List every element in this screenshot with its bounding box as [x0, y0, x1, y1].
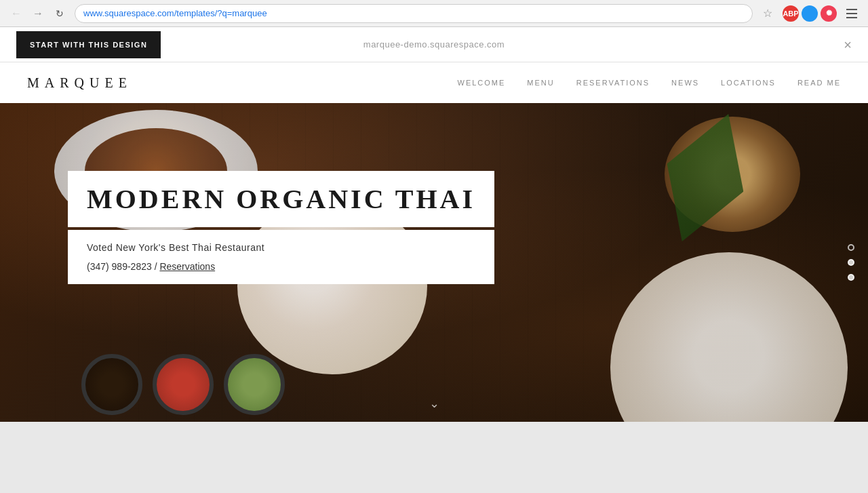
- back-button[interactable]: ←: [7, 4, 26, 23]
- browser-chrome: ← → ↻ www.squarespace.com/templates/?q=m…: [0, 0, 868, 27]
- browser-menu-button[interactable]: [842, 4, 861, 23]
- hero-subtitle-container: Voted New York's Best Thai Restaurant (3…: [68, 230, 494, 284]
- nav-menu[interactable]: MENU: [527, 79, 554, 87]
- hero-title: MODERN ORGANIC THAI: [87, 183, 475, 215]
- adblock-extension[interactable]: ABP: [783, 5, 799, 22]
- nav-welcome[interactable]: WELCOME: [458, 79, 506, 87]
- hero-title-container: MODERN ORGANIC THAI: [68, 171, 494, 227]
- hero-contact: (347) 989-2823 / Reservations: [87, 261, 475, 272]
- forward-button[interactable]: →: [28, 4, 47, 23]
- slide-indicators: [848, 244, 854, 281]
- slide-dot-2[interactable]: [848, 259, 854, 266]
- extensions: ABP ✺: [783, 5, 837, 22]
- sauce-bowls: [81, 354, 285, 415]
- website-content: MARQUEE WELCOME MENU RESERVATIONS NEWS L…: [0, 62, 868, 422]
- ext2[interactable]: [802, 5, 818, 22]
- pocket-extension[interactable]: ✺: [821, 5, 837, 22]
- nav-readme[interactable]: READ ME: [797, 79, 841, 87]
- preview-url: marquee-demo.squarespace.com: [363, 39, 505, 50]
- bookmark-button[interactable]: ☆: [758, 4, 777, 23]
- slide-dot-3[interactable]: [848, 274, 854, 281]
- scroll-down-indicator[interactable]: ⌄: [429, 396, 439, 411]
- url-display: www.squarespace.com/templates/?q=marquee: [83, 8, 267, 18]
- reload-button[interactable]: ↻: [50, 4, 69, 23]
- preview-bar: START WITH THIS DESIGN marquee-demo.squa…: [0, 27, 868, 62]
- nav-reservations[interactable]: RESERVATIONS: [576, 79, 650, 87]
- nav-buttons: ← → ↻: [7, 4, 69, 23]
- sauce-bowl-1: [81, 354, 142, 415]
- close-preview-button[interactable]: ×: [844, 38, 852, 52]
- hero-tagline: Voted New York's Best Thai Restaurant: [87, 242, 475, 253]
- slide-dot-1[interactable]: [848, 244, 854, 251]
- site-navigation: MARQUEE WELCOME MENU RESERVATIONS NEWS L…: [0, 62, 868, 103]
- start-design-button[interactable]: START WITH THIS DESIGN: [16, 31, 161, 58]
- address-bar[interactable]: www.squarespace.com/templates/?q=marquee: [75, 4, 753, 23]
- hero-phone: (347) 989-2823: [87, 261, 152, 272]
- reservations-link[interactable]: Reservations: [159, 261, 215, 272]
- nav-news[interactable]: NEWS: [671, 79, 699, 87]
- nav-locations[interactable]: LOCATIONS: [721, 79, 776, 87]
- hero-text: MODERN ORGANIC THAI Voted New York's Bes…: [68, 171, 494, 284]
- sauce-bowl-2: [153, 354, 214, 415]
- nav-links: WELCOME MENU RESERVATIONS NEWS LOCATIONS…: [458, 79, 841, 87]
- sauce-bowl-3: [224, 354, 285, 415]
- site-logo: MARQUEE: [27, 75, 132, 91]
- hero-section: MODERN ORGANIC THAI Voted New York's Bes…: [0, 103, 868, 422]
